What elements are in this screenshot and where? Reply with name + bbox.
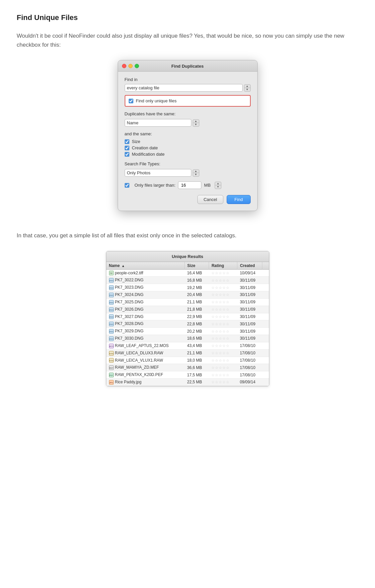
name-stepper-down-icon[interactable]: ▼ xyxy=(193,123,199,126)
cell-created: 17/08/10 xyxy=(237,349,262,357)
unique-files-row: Find only unique files xyxy=(125,95,251,107)
cell-size: 36,6 MB xyxy=(184,364,209,371)
cell-size: 18,0 MB xyxy=(184,357,209,364)
cell-created: 30/11/09 xyxy=(237,320,262,328)
file-type-stepper[interactable]: ▲ ▼ xyxy=(193,169,199,177)
larger-than-row: Only files larger than: MB ▲ ▼ xyxy=(125,181,251,189)
file-type-stepper-down-icon[interactable]: ▼ xyxy=(193,173,199,176)
duplicates-same-label: Duplicates have the same: xyxy=(125,111,251,116)
cell-rating: ☆☆☆☆☆ xyxy=(209,320,237,328)
cell-name: RAWRAW_LEICA_VLUX1.RAW xyxy=(106,357,185,364)
dialog-title: Find Duplicates xyxy=(171,64,204,69)
dng-icon: DNG xyxy=(109,336,114,341)
cell-extra xyxy=(262,313,269,320)
fullscreen-button-icon[interactable] xyxy=(135,64,139,68)
cell-name: DNGPK7_3025.DNG xyxy=(106,298,185,306)
name-stepper[interactable]: ▲ ▼ xyxy=(193,119,199,127)
table-wrapper: Unique Results Name ▲ Size Rating Create… xyxy=(17,251,358,386)
file-type-select[interactable]: Only Photos xyxy=(125,169,191,177)
table-header-row: Name ▲ Size Rating Created xyxy=(106,262,269,270)
col-size[interactable]: Size xyxy=(184,262,209,270)
cell-rating: ☆☆☆☆☆ xyxy=(209,378,237,386)
find-in-select[interactable]: every catalog file xyxy=(125,84,243,92)
cell-size: 16,8 MB xyxy=(184,277,209,284)
cell-created: 17/08/10 xyxy=(237,371,262,379)
col-extra xyxy=(262,262,269,270)
cell-rating: ☆☆☆☆☆ xyxy=(209,306,237,313)
dng-icon: DNG xyxy=(109,285,114,290)
table-row: RAWRAW_LEICA_VLUX1.RAW 18,0 MB ☆☆☆☆☆ 17/… xyxy=(106,357,269,364)
name-stepper-up-icon[interactable]: ▲ xyxy=(193,120,199,123)
modification-date-checkbox[interactable] xyxy=(125,152,129,157)
rating-stars: ☆☆☆☆☆ xyxy=(211,307,230,311)
cell-name: DNGPK7_3026.DNG xyxy=(106,306,185,313)
col-created[interactable]: Created xyxy=(237,262,262,270)
results-table-title: Unique Results xyxy=(106,251,269,262)
cell-extra xyxy=(262,328,269,335)
rating-stars: ☆☆☆☆☆ xyxy=(211,286,230,290)
stepper-down-icon[interactable]: ▼ xyxy=(244,88,250,91)
rating-stars: ☆☆☆☆☆ xyxy=(211,278,230,282)
dng-icon: DNG xyxy=(109,307,114,312)
dng-icon: DNG xyxy=(109,329,114,334)
dng-icon: DNG xyxy=(109,293,114,297)
dialog-body: Find in every catalog file ▲ ▼ Find only… xyxy=(118,72,257,211)
cell-created: 17/08/10 xyxy=(237,364,262,371)
cell-size: 16,4 MB xyxy=(184,269,209,277)
col-rating[interactable]: Rating xyxy=(209,262,237,270)
cell-rating: ☆☆☆☆☆ xyxy=(209,328,237,335)
cell-created: 17/08/10 xyxy=(237,357,262,364)
find-button[interactable]: Find xyxy=(227,195,250,204)
dng-icon: DNG xyxy=(109,314,114,319)
duplicates-name-select[interactable]: Name xyxy=(125,119,191,127)
larger-than-input[interactable] xyxy=(178,181,201,189)
unique-files-checkbox[interactable] xyxy=(129,99,133,103)
cancel-button[interactable]: Cancel xyxy=(197,195,223,204)
cell-size: 20,4 MB xyxy=(184,291,209,299)
mb-stepper-down-icon[interactable]: ▼ xyxy=(215,185,221,189)
table-row: MEFRAW_MAMIYA_ZD.MEF 36,6 MB ☆☆☆☆☆ 17/08… xyxy=(106,364,269,371)
mb-stepper[interactable]: ▲ ▼ xyxy=(215,182,221,189)
cell-extra xyxy=(262,342,269,349)
cell-name: RAWRAW_LEICA_DLUX3.RAW xyxy=(106,349,185,357)
col-name[interactable]: Name ▲ xyxy=(106,262,185,270)
close-button-icon[interactable] xyxy=(122,64,126,68)
mb-stepper-up-icon[interactable]: ▲ xyxy=(215,182,221,185)
table-row: DNGPK7_3029.DNG 20,2 MB ☆☆☆☆☆ 30/11/09 xyxy=(106,328,269,335)
size-checkbox[interactable] xyxy=(125,139,129,144)
cell-rating: ☆☆☆☆☆ xyxy=(209,342,237,349)
minimize-button-icon[interactable] xyxy=(128,64,133,68)
page-title: Find Unique Files xyxy=(17,13,358,22)
stepper-up-icon[interactable]: ▲ xyxy=(244,85,250,88)
dng-icon: DNG xyxy=(109,278,114,283)
cell-name: DNGPK7_3028.DNG xyxy=(106,320,185,328)
cell-extra xyxy=(262,298,269,306)
mb-label: MB xyxy=(204,183,211,188)
find-in-stepper[interactable]: ▲ ▼ xyxy=(244,84,251,92)
cell-size: 22,5 MB xyxy=(184,378,209,386)
table-row: MOSRAW_LEAF_APTUS_22.MOS 43,4 MB ☆☆☆☆☆ 1… xyxy=(106,342,269,349)
table-row: DNGPK7_3026.DNG 21,8 MB ☆☆☆☆☆ 30/11/09 xyxy=(106,306,269,313)
larger-than-checkbox[interactable] xyxy=(125,183,129,188)
results-table: Name ▲ Size Rating Created TIFpeople-cor… xyxy=(106,262,269,386)
rating-stars: ☆☆☆☆☆ xyxy=(211,344,230,348)
table-row: PEFRAW_PENTAX_K20D.PEF 17,5 MB ☆☆☆☆☆ 17/… xyxy=(106,371,269,379)
file-types-section: Search File Types: Only Photos ▲ ▼ xyxy=(125,161,251,177)
cell-size: 21,1 MB xyxy=(184,298,209,306)
modification-date-label: Modification date xyxy=(132,152,165,157)
table-row: DNGPK7_3025.DNG 21,1 MB ☆☆☆☆☆ 30/11/09 xyxy=(106,298,269,306)
creation-date-checkbox-row: Creation date xyxy=(125,145,251,150)
creation-date-checkbox[interactable] xyxy=(125,146,129,150)
rating-stars: ☆☆☆☆☆ xyxy=(211,336,230,340)
cell-size: 22,9 MB xyxy=(184,313,209,320)
rating-stars: ☆☆☆☆☆ xyxy=(211,322,230,326)
cell-extra xyxy=(262,320,269,328)
cell-name: TIFpeople-cork2.tiff xyxy=(106,269,185,277)
cell-name: DNGPK7_3030.DNG xyxy=(106,335,185,342)
creation-date-label: Creation date xyxy=(132,145,158,150)
cell-extra xyxy=(262,371,269,379)
file-type-stepper-up-icon[interactable]: ▲ xyxy=(193,170,199,173)
size-label: Size xyxy=(132,139,140,144)
cell-created: 30/11/09 xyxy=(237,313,262,320)
cell-name: DNGPK7_3022.DNG xyxy=(106,277,185,284)
